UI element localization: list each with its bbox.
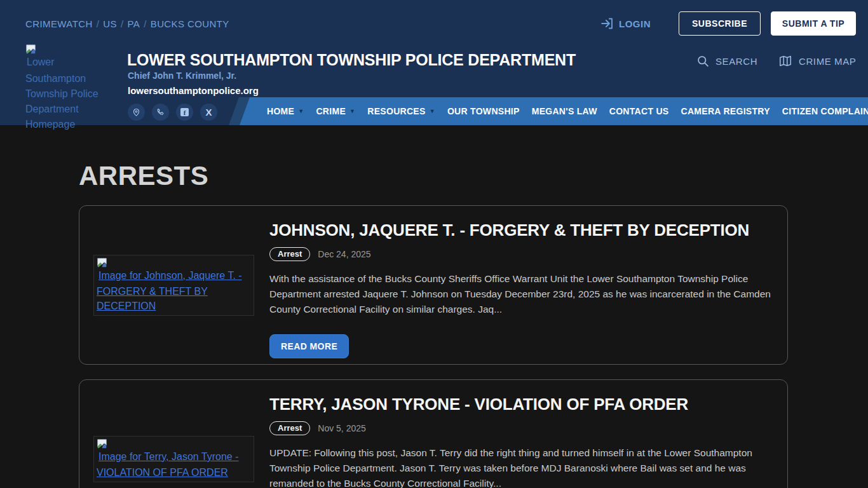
site-header: CRIMEWATCH/US/PA/BUCKS COUNTY LOGIN SUBS… xyxy=(0,0,868,125)
breadcrumb-pa[interactable]: PA xyxy=(127,18,140,29)
arrest-badge[interactable]: Arrest xyxy=(269,421,310,435)
nav-item-our-township[interactable]: OUR TOWNSHIP xyxy=(447,106,520,116)
broken-image-icon xyxy=(97,257,251,268)
department-title: LOWER SOUTHAMPTON TOWNSHIP POLICE DEPART… xyxy=(127,51,576,69)
arrest-badge[interactable]: Arrest xyxy=(269,247,310,261)
crime-map-label: CRIME MAP xyxy=(799,56,856,67)
card-meta: Arrest Dec 24, 2025 xyxy=(269,247,773,261)
chevron-down-icon: ▼ xyxy=(298,108,304,114)
arrest-image-alt-text: Image for Johnson, Jaquere T. - FORGERY … xyxy=(97,270,242,311)
nav-item-camera-registry[interactable]: CAMERA REGISTRY xyxy=(681,106,770,116)
arrest-image-link[interactable]: Image for Terry, Jason Tyrone - VIOLATIO… xyxy=(93,436,254,482)
nav-item-home[interactable]: HOME▼ xyxy=(267,106,304,116)
department-logo-alt-text: Lower Southampton Township Police Depart… xyxy=(25,57,98,130)
login-label: LOGIN xyxy=(619,18,651,29)
nav-item-contact-us[interactable]: CONTACT US xyxy=(609,106,669,116)
phone-icon[interactable] xyxy=(152,104,169,121)
arrest-date: Nov 5, 2025 xyxy=(318,423,366,433)
department-website: lowersouthamptonpolice.org xyxy=(128,85,259,96)
arrest-card-terry: Image for Terry, Jason Tyrone - VIOLATIO… xyxy=(79,379,788,488)
search-button[interactable]: SEARCH xyxy=(696,55,757,68)
breadcrumb-crimewatch[interactable]: CRIMEWATCH xyxy=(25,18,93,29)
page-title: ARRESTS xyxy=(79,161,788,191)
card-body: TERRY, JASON TYRONE - VIOLATION OF PFA O… xyxy=(269,394,773,488)
subscribe-button[interactable]: SUBSCRIBE xyxy=(679,11,761,36)
login-icon xyxy=(600,17,614,30)
main-navigation: HOME▼ CRIME▼ RESOURCES▼ OUR TOWNSHIP MEG… xyxy=(210,97,868,125)
broken-image-icon xyxy=(97,438,251,449)
breadcrumb-separator: / xyxy=(97,18,100,29)
breadcrumb-separator: / xyxy=(121,18,124,29)
social-links: f X xyxy=(128,104,217,121)
arrest-image-alt-text: Image for Terry, Jason Tyrone - VIOLATIO… xyxy=(97,451,239,478)
arrest-title[interactable]: JOHNSON, JAQUERE T. - FORGERY & THEFT BY… xyxy=(269,220,773,240)
breadcrumb-us[interactable]: US xyxy=(103,18,117,29)
arrest-date: Dec 24, 2025 xyxy=(318,249,370,259)
department-chief: Chief John T. Krimmel, Jr. xyxy=(128,71,236,81)
search-label: SEARCH xyxy=(715,56,757,67)
nav-item-citizen-complaint[interactable]: CITIZEN COMPLAINT xyxy=(782,106,868,116)
topbar-actions: LOGIN SUBSCRIBE SUBMIT A TIP xyxy=(600,11,856,36)
crime-map-button[interactable]: CRIME MAP xyxy=(778,54,856,68)
breadcrumb-separator: / xyxy=(144,18,147,29)
card-meta: Arrest Nov 5, 2025 xyxy=(269,421,773,435)
breadcrumb: CRIMEWATCH/US/PA/BUCKS COUNTY xyxy=(25,18,229,29)
nav-item-resources[interactable]: RESOURCES▼ xyxy=(367,106,435,116)
card-body: JOHNSON, JAQUERE T. - FORGERY & THEFT BY… xyxy=(269,220,773,350)
card-image-column: Image for Terry, Jason Tyrone - VIOLATIO… xyxy=(93,394,254,488)
arrest-excerpt: With the assistance of the Bucks County … xyxy=(269,271,773,317)
broken-image-icon xyxy=(25,44,114,55)
arrest-excerpt: UPDATE: Following this post, Jason T. Te… xyxy=(269,445,773,488)
department-logo-link[interactable]: Lower Southampton Township Police Depart… xyxy=(25,44,114,132)
search-icon xyxy=(696,55,710,68)
facebook-icon[interactable]: f xyxy=(176,104,193,121)
chevron-down-icon: ▼ xyxy=(349,108,355,114)
arrest-card-johnson: Image for Johnson, Jaquere T. - FORGERY … xyxy=(79,205,788,365)
submit-a-tip-button[interactable]: SUBMIT A TIP xyxy=(771,11,856,36)
location-pin-icon[interactable] xyxy=(128,104,145,121)
breadcrumb-bucks-county[interactable]: BUCKS COUNTY xyxy=(151,18,229,29)
read-more-button[interactable]: READ MORE xyxy=(269,334,349,358)
nav-item-crime[interactable]: CRIME▼ xyxy=(316,106,355,116)
map-icon xyxy=(778,54,793,68)
main-content: ARRESTS Image for Johnson, Jaquere T. - … xyxy=(0,125,868,488)
login-button[interactable]: LOGIN xyxy=(600,17,651,30)
nav-item-megans-law[interactable]: MEGAN'S LAW xyxy=(532,106,597,116)
arrest-title[interactable]: TERRY, JASON TYRONE - VIOLATION OF PFA O… xyxy=(269,395,773,414)
arrest-image-link[interactable]: Image for Johnson, Jaquere T. - FORGERY … xyxy=(93,255,254,316)
chevron-down-icon: ▼ xyxy=(430,108,435,114)
card-image-column: Image for Johnson, Jaquere T. - FORGERY … xyxy=(93,220,254,350)
